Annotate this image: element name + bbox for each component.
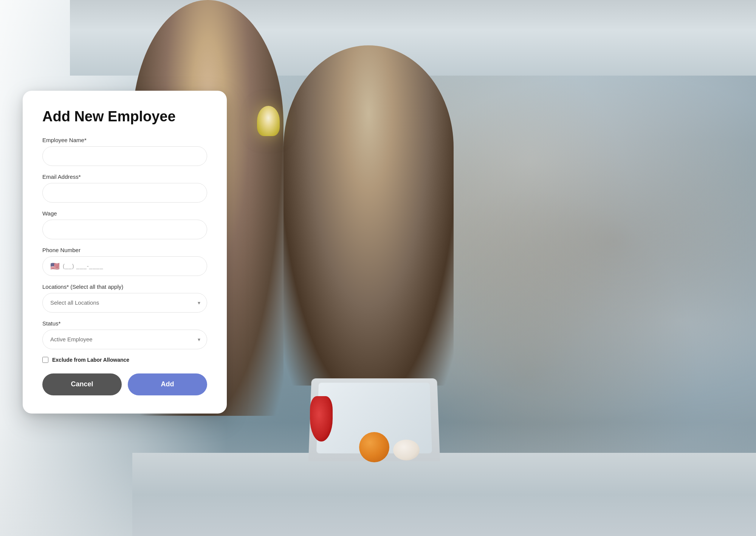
phone-group: Phone Number 🇺🇸 (__) ___-____ — [42, 247, 207, 276]
orange-fruit — [359, 432, 389, 462]
status-group: Status* Active Employee Inactive Employe… — [42, 320, 207, 349]
email-input[interactable] — [42, 183, 207, 203]
employee-name-label: Employee Name* — [42, 137, 207, 143]
phone-input-wrapper[interactable]: 🇺🇸 (__) ___-____ — [42, 256, 207, 276]
add-employee-modal: Add New Employee Employee Name* Email Ad… — [23, 91, 227, 414]
white-roll — [393, 440, 420, 460]
wage-label: Wage — [42, 210, 207, 217]
wage-group: Wage — [42, 210, 207, 239]
add-button[interactable]: Add — [128, 373, 207, 395]
exclude-labor-checkbox[interactable] — [42, 357, 48, 363]
red-pepper — [310, 396, 333, 442]
phone-format: (__) ___-____ — [63, 263, 103, 269]
kitchen-light — [257, 106, 280, 136]
phone-label: Phone Number — [42, 247, 207, 253]
employee-name-group: Employee Name* — [42, 137, 207, 166]
wage-input[interactable] — [42, 220, 207, 239]
modal-title: Add New Employee — [42, 109, 207, 125]
locations-select[interactable]: Select all Locations — [42, 293, 207, 313]
email-label: Email Address* — [42, 174, 207, 180]
person-right — [284, 45, 454, 386]
exclude-labor-label[interactable]: Exclude from Labor Allowance — [52, 357, 129, 363]
locations-label: Locations* (Select all that apply) — [42, 283, 207, 290]
button-row: Cancel Add — [42, 373, 207, 395]
kitchen-surface — [132, 453, 756, 536]
flag-icon[interactable]: 🇺🇸 — [50, 262, 60, 270]
cancel-button[interactable]: Cancel — [42, 373, 122, 395]
email-group: Email Address* — [42, 174, 207, 203]
employee-name-input[interactable] — [42, 146, 207, 166]
status-select[interactable]: Active Employee Inactive Employee — [42, 330, 207, 349]
locations-group: Locations* (Select all that apply) Selec… — [42, 283, 207, 313]
status-select-wrapper: Active Employee Inactive Employee ▾ — [42, 330, 207, 349]
exclude-labor-group: Exclude from Labor Allowance — [42, 357, 207, 363]
status-label: Status* — [42, 320, 207, 327]
locations-select-wrapper: Select all Locations ▾ — [42, 293, 207, 313]
